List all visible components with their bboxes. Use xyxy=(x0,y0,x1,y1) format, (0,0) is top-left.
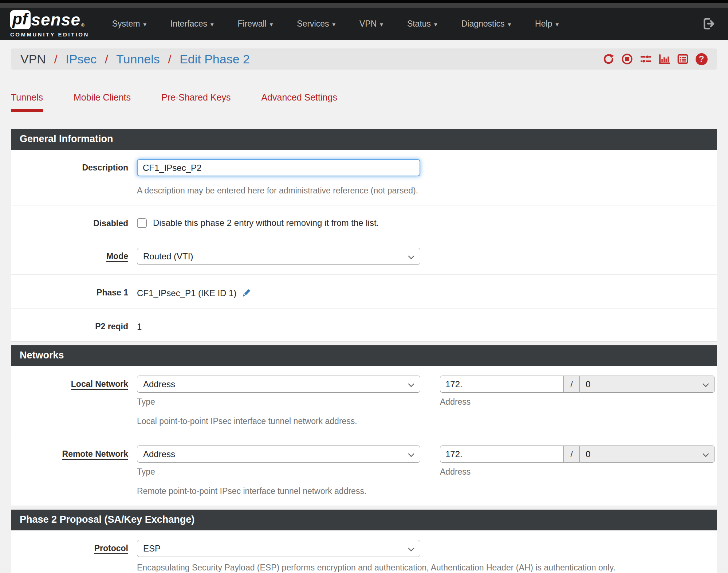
navbar-menu: System Interfaces Firewall Services VPN … xyxy=(100,14,571,34)
address-slash-addon: / xyxy=(563,376,579,393)
description-row: Description A description may be entered… xyxy=(11,150,717,205)
nav-item-status[interactable]: Status xyxy=(395,14,449,34)
panel-title-general-information: General Information xyxy=(11,129,717,150)
chevron-down-icon xyxy=(703,451,709,457)
phase1-value: CF1_IPsec_P1 (IKE ID 1) xyxy=(137,288,236,298)
nav-item-vpn[interactable]: VPN xyxy=(347,14,395,34)
general-information-panel: General Information Description A descri… xyxy=(11,129,717,342)
chevron-down-icon xyxy=(408,253,414,259)
chart-bar-icon[interactable] xyxy=(658,53,670,65)
disabled-checkbox[interactable]: ✓ xyxy=(137,218,147,228)
remote-network-prefix-select[interactable]: 0 xyxy=(579,446,715,463)
local-network-label: Local Network xyxy=(11,376,137,426)
remote-network-row: Remote Network Address / 0 xyxy=(11,436,717,506)
remote-network-address-help: Address xyxy=(440,467,715,477)
refresh-icon[interactable] xyxy=(602,53,615,65)
address-slash-addon: / xyxy=(563,446,579,463)
phase2-proposal-panel: Phase 2 Proposal (SA/Key Exchange) Proto… xyxy=(11,510,717,573)
mode-select[interactable]: Routed (VTI) xyxy=(137,248,420,265)
description-label: Description xyxy=(11,159,137,196)
breadcrumb-separator: / xyxy=(168,52,171,66)
disabled-checkbox-label: Disable this phase 2 entry without remov… xyxy=(153,218,379,228)
logo-sense-text: sense xyxy=(31,10,80,30)
chevron-down-icon xyxy=(408,381,414,387)
disabled-row: Disabled ✓ Disable this phase 2 entry wi… xyxy=(11,205,717,238)
remote-network-address-input[interactable] xyxy=(440,446,563,463)
networks-panel: Networks Local Network Address / xyxy=(11,345,717,506)
tab-tunnels[interactable]: Tunnels xyxy=(11,92,43,112)
panel-title-networks: Networks xyxy=(11,345,717,366)
p2reqid-label: P2 reqid xyxy=(11,318,137,332)
nav-item-help[interactable]: Help xyxy=(523,14,571,34)
local-network-type-select[interactable]: Address xyxy=(137,376,420,393)
breadcrumb-separator: / xyxy=(105,52,108,66)
sign-out-icon[interactable] xyxy=(701,16,716,31)
description-help: A description may be entered here for ad… xyxy=(137,186,708,196)
stop-icon[interactable] xyxy=(621,53,633,65)
local-network-description: Local point-to-point IPsec interface tun… xyxy=(137,416,715,426)
logo-subtitle: COMMUNITY EDITION xyxy=(10,31,89,38)
breadcrumb-link-edit-phase-2[interactable]: Edit Phase 2 xyxy=(180,52,250,66)
local-network-address-help: Address xyxy=(440,397,715,407)
protocol-select[interactable]: ESP xyxy=(137,540,420,557)
disabled-label: Disabled xyxy=(11,215,137,228)
protocol-row: Protocol ESP Encapsulating Security Payl… xyxy=(11,530,717,573)
local-network-row: Local Network Address / 0 xyxy=(11,366,717,436)
phase1-label: Phase 1 xyxy=(11,284,137,299)
page-action-icons: ? xyxy=(602,53,708,65)
nav-item-interfaces[interactable]: Interfaces xyxy=(158,14,226,34)
description-input[interactable] xyxy=(137,159,420,176)
nav-item-diagnostics[interactable]: Diagnostics xyxy=(449,14,523,34)
breadcrumb-section: VPN xyxy=(20,52,46,66)
help-icon[interactable]: ? xyxy=(695,53,708,65)
breadcrumb-separator: / xyxy=(54,52,57,66)
p2reqid-row: P2 reqid 1 xyxy=(11,309,717,341)
panel-title-phase2-proposal: Phase 2 Proposal (SA/Key Exchange) xyxy=(11,510,717,530)
main-navbar: pf sense ® COMMUNITY EDITION System Inte… xyxy=(0,8,728,40)
p2reqid-value: 1 xyxy=(137,318,708,332)
remote-network-type-help: Type xyxy=(137,467,420,477)
nav-item-services[interactable]: Services xyxy=(285,14,347,34)
chevron-down-icon xyxy=(703,381,709,387)
mode-label: Mode xyxy=(11,248,137,265)
protocol-help: Encapsulating Security Payload (ESP) per… xyxy=(137,563,708,573)
section-tabs: Tunnels Mobile Clients Pre-Shared Keys A… xyxy=(11,92,717,112)
pencil-icon[interactable] xyxy=(241,288,252,299)
breadcrumb-bar: VPN / IPsec / Tunnels / Edit Phase 2 xyxy=(11,48,717,70)
tab-advanced-settings[interactable]: Advanced Settings xyxy=(261,92,337,112)
breadcrumb: VPN / IPsec / Tunnels / Edit Phase 2 xyxy=(20,52,250,66)
chevron-down-icon xyxy=(408,545,414,552)
nav-item-firewall[interactable]: Firewall xyxy=(226,14,285,34)
chevron-down-icon xyxy=(408,451,414,457)
sliders-icon[interactable] xyxy=(640,53,652,65)
log-icon[interactable] xyxy=(677,53,689,65)
local-network-address-input[interactable] xyxy=(440,376,563,393)
remote-network-type-select[interactable]: Address xyxy=(137,446,420,463)
phase1-row: Phase 1 CF1_IPsec_P1 (IKE ID 1) xyxy=(11,275,717,309)
local-network-type-help: Type xyxy=(137,397,420,407)
mode-row: Mode Routed (VTI) xyxy=(11,238,717,275)
tab-mobile-clients[interactable]: Mobile Clients xyxy=(74,92,131,112)
protocol-label: Protocol xyxy=(11,540,137,573)
tab-pre-shared-keys[interactable]: Pre-Shared Keys xyxy=(161,92,231,112)
pfsense-logo[interactable]: pf sense ® COMMUNITY EDITION xyxy=(10,10,89,38)
breadcrumb-link-ipsec[interactable]: IPsec xyxy=(66,52,97,66)
logo-registered-mark: ® xyxy=(81,23,84,28)
window-top-strip xyxy=(0,0,728,3)
remote-network-label: Remote Network xyxy=(11,446,137,496)
breadcrumb-link-tunnels[interactable]: Tunnels xyxy=(116,52,160,66)
window-title-strip xyxy=(0,3,728,8)
logo-pf-box: pf xyxy=(10,10,31,29)
remote-network-description: Remote point-to-point IPsec interface tu… xyxy=(137,486,715,496)
nav-item-system[interactable]: System xyxy=(100,14,158,34)
local-network-prefix-select[interactable]: 0 xyxy=(579,376,715,393)
